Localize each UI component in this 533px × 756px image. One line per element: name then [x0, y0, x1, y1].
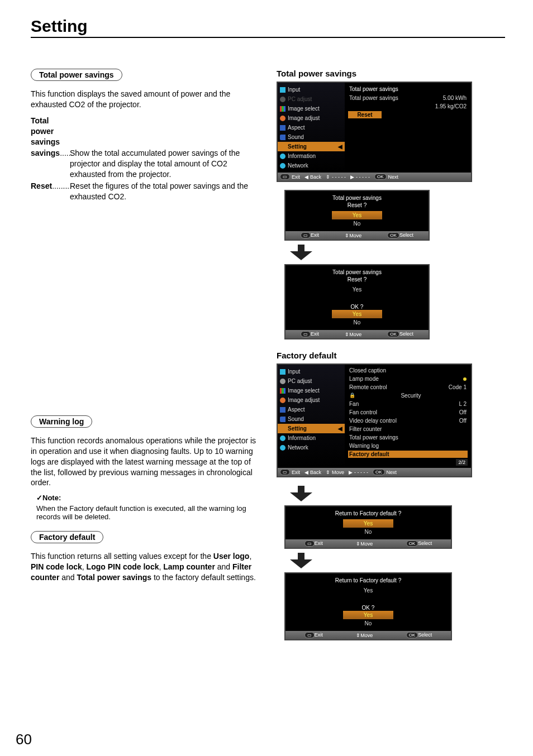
image-adjust-icon — [280, 398, 285, 403]
osd-row[interactable]: Lamp mode — [348, 375, 468, 382]
ok-icon: OK — [373, 469, 385, 475]
network-icon — [280, 445, 285, 451]
sidebar-item-aspect[interactable]: Aspect — [278, 123, 345, 132]
nav-right-icon: ▶ — [349, 470, 353, 475]
dialog-ok-q: OK ? — [288, 304, 426, 310]
menu-icon: ▭ — [301, 232, 311, 238]
sound-icon — [280, 417, 285, 422]
ok-icon: OK — [374, 174, 387, 180]
dialog-factory-default: Return to Factory default ? Yes No ▭Exit… — [284, 505, 452, 549]
nav-updown-icon: ⇕ — [326, 470, 330, 475]
osd-content: Closed captionLamp modeRemote controlCod… — [345, 365, 471, 468]
osd-row-reset[interactable]: Reset — [348, 111, 382, 118]
dialog-tps-reset: Total power savings Reset ? Yes No ▭Exit… — [284, 190, 430, 241]
osd-sidebar: Input PC adjust Image select Image adjus… — [278, 365, 345, 468]
dialog-no[interactable]: No — [288, 528, 449, 536]
dialog-title: Total power savings Reset ? — [288, 194, 426, 209]
sidebar-item-image-adjust[interactable]: Image adjust — [278, 113, 345, 123]
osd-row[interactable]: Factory default — [348, 451, 468, 458]
sidebar-item-setting[interactable]: Setting◀ — [278, 424, 345, 433]
ok-icon: OK — [387, 232, 399, 238]
sidebar-item-pc-adjust[interactable]: PC adjust — [278, 94, 345, 104]
sidebar-item-image-select[interactable]: Image select — [278, 104, 345, 113]
definition-term: savings — [31, 149, 60, 157]
dialog-yes-highlighted[interactable]: Yes — [332, 211, 382, 219]
sidebar-item-sound[interactable]: Sound — [278, 414, 345, 424]
dialog-yes-highlighted[interactable]: Yes — [343, 611, 393, 619]
osd-row[interactable]: Total power savings — [348, 434, 468, 441]
dialog-title: Return to Factory default ? — [288, 577, 449, 584]
osd-menu-tps: Input PC adjust Image select Image adjus… — [277, 82, 472, 182]
sidebar-item-pc-adjust[interactable]: PC adjust — [278, 376, 345, 386]
dialog-no[interactable]: No — [288, 318, 426, 327]
osd-row[interactable]: Warning log — [348, 442, 468, 449]
dialog-yes-highlighted[interactable]: Yes — [343, 519, 393, 528]
setting-icon — [280, 426, 285, 432]
dialog-yes: Yes — [288, 285, 426, 294]
osd-footer: ▭Exit ◀Back ⇕Move ▶- - - - - OKNext — [278, 468, 471, 476]
definition-row: savings...... Show the total accumulated… — [31, 148, 260, 180]
osd-row[interactable]: Video delay controlOff — [348, 417, 468, 424]
setting-icon — [280, 144, 285, 150]
dialog-title: Return to Factory default ? — [288, 510, 449, 517]
check-icon: ✓ — [36, 494, 42, 502]
sidebar-item-setting[interactable]: Setting◀ — [278, 142, 345, 151]
dialog-no[interactable]: No — [288, 219, 426, 228]
network-icon — [280, 163, 285, 169]
osd-row[interactable]: Filter counter — [348, 425, 468, 433]
osd-menu-factory: Input PC adjust Image select Image adjus… — [277, 363, 472, 477]
lock-icon: 🔒 — [349, 393, 355, 399]
svg-marker-0 — [290, 245, 312, 260]
arrow-left-icon: ◀ — [338, 425, 342, 432]
osd-header: Total power savings — [348, 85, 468, 93]
paragraph: This function displays the saved amount … — [31, 89, 260, 110]
page-number: 60 — [16, 731, 32, 748]
osd-row: 1.95 kg/CO2 — [348, 103, 468, 110]
osd-row[interactable]: FanL 2 — [348, 400, 468, 408]
sidebar-item-information[interactable]: Information — [278, 433, 345, 443]
down-arrow-icon — [284, 552, 318, 569]
image-select-icon — [280, 106, 285, 112]
paragraph: This function records anomalous operatio… — [31, 436, 260, 488]
sidebar-item-image-select[interactable]: Image select — [278, 386, 345, 395]
sidebar-item-input[interactable]: Input — [278, 367, 345, 376]
down-arrow-icon — [284, 244, 318, 261]
definition-row: Reset......... Reset the figures of the … — [31, 181, 260, 202]
dialog-tps-reset-confirm: Total power savings Reset ? Yes OK ? Yes… — [284, 264, 430, 339]
svg-marker-1 — [290, 486, 312, 501]
pill-total-power-savings: Total power savings — [31, 69, 122, 81]
osd-row[interactable]: 🔒 Security — [348, 392, 468, 399]
ok-icon: OK — [387, 331, 399, 337]
nav-updown-icon: ⇕ — [356, 633, 360, 638]
sidebar-item-network[interactable]: Network — [278, 161, 345, 170]
aspect-icon — [280, 407, 285, 413]
osd-row[interactable]: Remote controlCode 1 — [348, 384, 468, 391]
dialog-no[interactable]: No — [288, 619, 449, 628]
dialog-ok-q: OK ? — [288, 605, 449, 611]
osd-row[interactable]: Fan controlOff — [348, 409, 468, 416]
osd-row: Total power savings 5.00 kWh — [348, 94, 468, 102]
page-title: Setting — [31, 17, 505, 38]
input-icon — [280, 87, 285, 93]
svg-marker-2 — [290, 553, 312, 568]
down-arrow-icon — [284, 485, 318, 502]
osd-row[interactable]: Closed caption — [348, 367, 468, 374]
menu-icon: ▭ — [304, 632, 315, 638]
sidebar-item-aspect[interactable]: Aspect — [278, 405, 345, 414]
sidebar-item-image-adjust[interactable]: Image adjust — [278, 395, 345, 405]
aspect-icon — [280, 125, 285, 131]
sidebar-item-information[interactable]: Information — [278, 151, 345, 161]
sidebar-item-input[interactable]: Input — [278, 85, 345, 94]
nav-updown-icon: ⇕ — [345, 233, 349, 238]
figure-title-factory: Factory default — [277, 351, 505, 360]
osd-page-indicator: 2/2 — [456, 459, 468, 466]
dialog-yes: Yes — [288, 586, 449, 595]
note-block: ✓Note: When the Factory default function… — [36, 494, 260, 521]
sidebar-item-network[interactable]: Network — [278, 443, 345, 452]
pill-warning-log: Warning log — [31, 415, 92, 428]
sidebar-item-sound[interactable]: Sound — [278, 132, 345, 142]
menu-icon: ▭ — [280, 469, 290, 475]
definition-row: Total power savings — [31, 116, 260, 147]
dialog-yes-highlighted[interactable]: Yes — [332, 310, 382, 318]
nav-back: ◀ — [304, 470, 308, 475]
